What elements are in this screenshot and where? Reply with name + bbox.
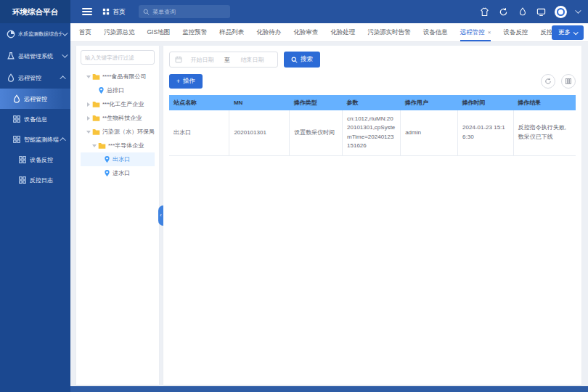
col-header-station[interactable]: 站点名称 (169, 95, 229, 110)
breadcrumb-label: 首页 (113, 7, 126, 17)
menu-search-box[interactable] (139, 5, 230, 18)
tab-monitor-warning[interactable]: 监控预警 (182, 23, 207, 41)
more-tabs-button[interactable]: 更多 (552, 25, 584, 40)
plus-icon: + (176, 78, 180, 85)
tree-node-inlet[interactable]: 进水口 (81, 166, 155, 180)
collapse-arrow-icon: ‹ (160, 213, 161, 218)
column-settings-button[interactable] (561, 74, 576, 89)
tab-lab-process[interactable]: 化验处理 (330, 23, 355, 41)
breadcrumb[interactable]: 首页 (102, 7, 126, 17)
col-header-op-time[interactable]: 操作时间 (458, 95, 514, 110)
tree-node-label: ***半导体企业 (108, 142, 144, 150)
sidebar-item-remote-control[interactable]: 远程管控 (0, 89, 70, 109)
sidebar-item-device-info[interactable]: 设备信息 (0, 109, 70, 129)
droplet-icon (12, 94, 21, 103)
caret-icon[interactable] (92, 144, 97, 147)
sidebar-item-reverse-control-log[interactable]: 反控日志 (0, 170, 70, 190)
tree-node-company[interactable]: ***化工生产企业 (81, 97, 155, 111)
caret-icon[interactable] (87, 116, 90, 121)
sidebar-item-smart-terminal[interactable]: 智能监测终端 (0, 129, 70, 150)
chevron-down-icon (62, 52, 68, 57)
tree-node-company[interactable]: **生物科技企业 (81, 111, 155, 125)
sidebar-item-label: 设备信息 (24, 115, 66, 123)
tab-sample-list[interactable]: 样品列表 (219, 23, 244, 41)
sidebar-item-base-management[interactable]: 基础管理系统 (0, 45, 70, 67)
user-menu-chevron-icon[interactable] (575, 7, 581, 13)
end-date-placeholder[interactable]: 结束日期 (232, 56, 272, 64)
cell-op-type: 设置数采仪时间 (290, 110, 343, 155)
sidebar-item-remote-control-group[interactable]: 远程管控 (0, 67, 70, 89)
tree-node-outlet-selected[interactable]: 出水口 (81, 152, 155, 166)
pie-chart-icon (7, 30, 15, 38)
tree-node-company[interactable]: ***半导体企业 (81, 139, 155, 152)
columns-icon (565, 78, 572, 85)
col-header-op-result[interactable]: 操作结果 (513, 95, 576, 110)
home-grid-icon (102, 8, 110, 15)
tab-lab-todo[interactable]: 化验待办 (256, 23, 281, 41)
tree-node-company[interactable]: ****食品有限公司 (81, 70, 155, 83)
search-button-label: 搜索 (301, 55, 313, 64)
tab-home[interactable]: 首页 (79, 23, 91, 41)
location-pin-icon (104, 155, 110, 163)
tree-node-label: 污染源（水）环保局 (102, 128, 155, 136)
monitor-icon[interactable] (536, 7, 547, 17)
tree-node-outlet[interactable]: 总排口 (81, 83, 155, 97)
content-panel: ‹ 开始日期 至 结束日期 搜索 + 操作 (163, 46, 581, 385)
caret-icon[interactable] (86, 75, 91, 78)
sidebar: 环境综合平台 水质监测数据综合分析 基础管理系统 远程管控 远程管控 设备信息 (0, 0, 70, 392)
folder-icon (92, 115, 100, 121)
tree-collapse-handle[interactable]: ‹ (158, 205, 163, 226)
cell-mn: 2020101301 (229, 110, 290, 155)
grid-icon (18, 155, 27, 164)
tree-node-bureau[interactable]: 污染源（水）环保局 (81, 125, 155, 139)
tree-filter-input[interactable] (81, 50, 155, 65)
main-area: ****食品有限公司 总排口 ***化工生产企业 **生物科技企业 (70, 42, 588, 386)
flame-icon[interactable] (517, 7, 528, 17)
location-pin-icon (104, 169, 110, 177)
caret-icon[interactable] (86, 131, 91, 134)
tab-device-reverse-control[interactable]: 设备反控 (503, 23, 528, 41)
search-icon (143, 9, 150, 15)
caret-icon[interactable] (87, 102, 90, 107)
search-icon (291, 57, 298, 63)
shirt-theme-icon[interactable] (479, 7, 490, 17)
col-header-op-type[interactable]: 操作类型 (290, 95, 343, 110)
tab-lab-review[interactable]: 化验审查 (293, 23, 318, 41)
col-header-mn[interactable]: MN (229, 95, 290, 110)
droplet-icon (7, 73, 15, 82)
app-window: 环境综合平台 水质监测数据综合分析 基础管理系统 远程管控 远程管控 设备信息 (0, 0, 588, 392)
bottom-scrollbar[interactable] (70, 386, 588, 392)
app-title: 环境综合平台 (0, 0, 70, 23)
table-row[interactable]: 出水口 2020101301 设置数采仪时间 cn:1012,rtuMN:202… (169, 110, 576, 155)
sidebar-item-label: 远程管控 (24, 95, 66, 103)
hamburger-menu-icon[interactable] (82, 8, 92, 15)
sidebar-item-label: 反控日志 (30, 176, 66, 184)
station-tree: ****食品有限公司 总排口 ***化工生产企业 **生物科技企业 (81, 70, 155, 180)
operation-button[interactable]: + 操作 (169, 74, 203, 89)
tab-remote-control[interactable]: 远程管控× (460, 23, 491, 41)
sidebar-item-label: 水质监测数据综合分析 (18, 30, 62, 38)
menu-search-input[interactable] (152, 9, 225, 15)
tab-device-info[interactable]: 设备信息 (423, 23, 448, 41)
refresh-table-button[interactable] (541, 74, 555, 89)
search-button[interactable]: 搜索 (284, 52, 320, 68)
refresh-icon (544, 78, 552, 85)
date-range-picker[interactable]: 开始日期 至 结束日期 (169, 52, 278, 68)
chevron-down-icon (62, 30, 68, 36)
refresh-icon[interactable] (498, 7, 509, 17)
user-avatar[interactable] (555, 6, 567, 18)
sidebar-item-device-reverse-control[interactable]: 设备反控 (0, 150, 70, 170)
tab-realtime-alarm[interactable]: 污染源实时告警 (367, 23, 411, 41)
col-header-op-user[interactable]: 操作用户 (401, 95, 458, 110)
col-header-params[interactable]: 参数 (343, 95, 401, 110)
tab-pollution-overview[interactable]: 污染源总览 (104, 23, 135, 41)
flask-icon (7, 52, 15, 60)
chevron-down-icon (573, 30, 579, 35)
sidebar-item-label: 基础管理系统 (18, 52, 62, 60)
cell-op-result: 反控指令执行失败,数采仪已下线 (513, 110, 576, 155)
close-tab-icon[interactable]: × (488, 29, 491, 36)
start-date-placeholder[interactable]: 开始日期 (182, 56, 222, 64)
sidebar-item-label: 远程管控 (18, 74, 62, 82)
sidebar-item-water-analysis[interactable]: 水质监测数据综合分析 (0, 23, 70, 45)
tab-gis-map[interactable]: GIS地图 (147, 23, 171, 41)
